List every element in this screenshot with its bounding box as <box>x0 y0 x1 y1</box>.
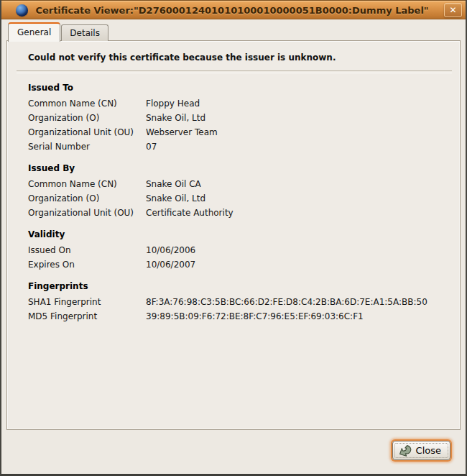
close-icon: ✕ <box>449 5 456 15</box>
field-row: Expires On 10/06/2007 <box>28 257 452 272</box>
field-row: Organizational Unit (OU) Webserver Team <box>28 125 452 139</box>
field-value: 10/06/2007 <box>146 257 195 272</box>
field-row: Issued On 10/06/2006 <box>28 243 452 257</box>
field-row: Organizational Unit (OU) Certificate Aut… <box>28 206 452 220</box>
verify-warning-text: Could not verify this certificate becaus… <box>28 52 452 63</box>
field-label: MD5 Fingerprint <box>28 309 146 324</box>
separator <box>17 70 452 73</box>
field-label: Common Name (CN) <box>28 177 146 191</box>
window-titlebar[interactable]: Certificate Viewer:"D2760001240101010001… <box>1 0 466 19</box>
field-label: Serial Number <box>28 139 146 154</box>
window-close-button[interactable]: ✕ <box>444 3 462 17</box>
field-value: Snake Oil, Ltd <box>146 111 205 125</box>
field-value: Webserver Team <box>146 125 218 139</box>
section-title: Issued By <box>28 163 452 173</box>
close-arrow-icon <box>398 444 412 457</box>
section-title: Fingerprints <box>28 281 452 291</box>
field-row: Organization (O) Snake Oil, Ltd <box>28 111 452 125</box>
field-row: Common Name (CN) Floppy Head <box>28 96 452 111</box>
close-button[interactable]: Close <box>392 441 450 460</box>
field-value: Certificate Authority <box>146 206 234 220</box>
field-value: 39:89:5B:09:F6:72:BE:8F:C7:96:E5:EF:69:0… <box>146 309 364 324</box>
field-label: Expires On <box>28 257 146 272</box>
field-value: Floppy Head <box>146 96 200 111</box>
field-row: SHA1 Fingerprint 8F:3A:76:98:C3:5B:BC:66… <box>28 295 452 309</box>
close-button-label: Close <box>416 445 441 456</box>
section-issued-by: Issued By Common Name (CN) Snake Oil CA … <box>28 163 452 220</box>
certificate-viewer-window: Certificate Viewer:"D2760001240101010001… <box>0 0 467 476</box>
section-validity: Validity Issued On 10/06/2006 Expires On… <box>28 229 452 272</box>
window-title: Certificate Viewer:"D2760001240101010001… <box>23 5 441 16</box>
field-value: 10/06/2006 <box>146 243 195 257</box>
general-tab-panel: Could not verify this certificate becaus… <box>6 40 461 430</box>
field-value: Snake Oil, Ltd <box>146 191 205 206</box>
field-label: Organization (O) <box>28 111 146 125</box>
field-row: MD5 Fingerprint 39:89:5B:09:F6:72:BE:8F:… <box>28 309 452 324</box>
tab-bar: General Details <box>8 21 109 41</box>
field-row: Organization (O) Snake Oil, Ltd <box>28 191 452 206</box>
field-label: Issued On <box>28 243 146 257</box>
field-value: 07 <box>146 139 157 154</box>
tab-details[interactable]: Details <box>61 24 108 41</box>
field-value: Snake Oil CA <box>146 177 201 191</box>
section-title: Issued To <box>28 83 452 93</box>
field-label: Organizational Unit (OU) <box>28 125 146 139</box>
field-row: Serial Number 07 <box>28 139 452 154</box>
field-value: 8F:3A:76:98:C3:5B:BC:66:D2:FE:D8:C4:2B:B… <box>146 295 427 309</box>
field-label: Organization (O) <box>28 191 146 206</box>
field-label: Common Name (CN) <box>28 96 146 111</box>
field-row: Common Name (CN) Snake Oil CA <box>28 177 452 191</box>
section-title: Validity <box>28 229 452 239</box>
section-fingerprints: Fingerprints SHA1 Fingerprint 8F:3A:76:9… <box>28 281 452 324</box>
section-issued-to: Issued To Common Name (CN) Floppy Head O… <box>28 83 452 154</box>
field-label: Organizational Unit (OU) <box>28 206 146 220</box>
field-label: SHA1 Fingerprint <box>28 295 146 309</box>
tab-general[interactable]: General <box>8 22 60 42</box>
